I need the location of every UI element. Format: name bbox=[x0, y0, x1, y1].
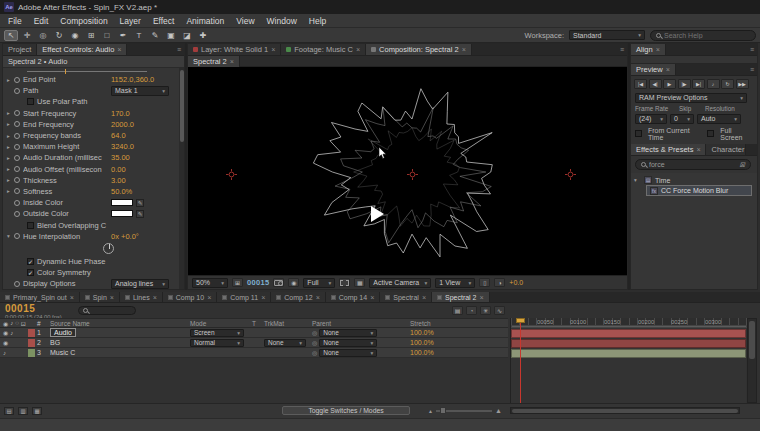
checkbox[interactable] bbox=[27, 222, 34, 229]
outside-color-swatch[interactable] bbox=[111, 210, 133, 217]
menu-effect[interactable]: Effect bbox=[147, 16, 181, 26]
parent-dropdown[interactable]: None▾ bbox=[319, 349, 377, 357]
layer-av-switches[interactable]: ◉♪ bbox=[0, 329, 28, 336]
checkbox[interactable] bbox=[27, 98, 34, 105]
tab-footage-viewer[interactable]: Footage: Music C× bbox=[281, 44, 366, 55]
show-snapshot-icon[interactable]: ◉ bbox=[288, 278, 299, 287]
tab-preview[interactable]: Preview× bbox=[631, 64, 676, 75]
property-row-use-polar-path[interactable]: Use Polar Path bbox=[3, 96, 184, 107]
motion-blur-icon[interactable]: ✳ bbox=[480, 306, 491, 315]
audio-button[interactable]: ♪ bbox=[707, 79, 720, 89]
close-icon[interactable]: × bbox=[356, 46, 360, 53]
close-icon[interactable]: × bbox=[70, 294, 74, 301]
pickwhip-icon[interactable]: ◎ bbox=[312, 349, 317, 356]
property-row-path[interactable]: PathMask 1▾ bbox=[3, 85, 184, 96]
property-row-start-frequency[interactable]: ▸Start Frequency170.0 bbox=[3, 108, 184, 119]
path-point-marker[interactable] bbox=[565, 169, 576, 180]
layer-bar-music-c[interactable] bbox=[511, 349, 746, 358]
twirl-icon[interactable]: ▸ bbox=[7, 110, 14, 116]
pen-tool-icon[interactable]: ✒ bbox=[116, 30, 130, 41]
timeline-tab-spectral[interactable]: Spectral× bbox=[380, 292, 432, 302]
property-row-hue-interpolation[interactable]: ▾Hue Interpolation0x +0.0° bbox=[3, 231, 184, 242]
playhead-line[interactable] bbox=[520, 318, 521, 403]
twirl-icon[interactable]: ▾ bbox=[634, 177, 641, 183]
twirl-icon[interactable]: ▸ bbox=[7, 188, 14, 194]
expand-transfer-controls-button[interactable]: ▥ bbox=[18, 407, 28, 415]
property-row-dynamic-hue-phase[interactable]: ✓Dynamic Hue Phase bbox=[3, 256, 184, 267]
expand-layer-switches-button[interactable]: ▤ bbox=[4, 407, 14, 415]
playhead-marker[interactable] bbox=[516, 318, 525, 323]
property-value[interactable]: 0x +0.0° bbox=[111, 232, 139, 241]
pickwhip-icon[interactable]: ◎ bbox=[312, 339, 317, 346]
twirl-icon[interactable]: ▸ bbox=[7, 155, 14, 161]
parent-dropdown[interactable]: None▾ bbox=[319, 339, 377, 347]
stopwatch-icon[interactable] bbox=[14, 200, 20, 206]
hand-tool-icon[interactable]: ✛ bbox=[20, 30, 34, 41]
layer-name[interactable]: Music C bbox=[50, 349, 190, 356]
property-row-end-frequency[interactable]: ▸End Frequency2000.0 bbox=[3, 119, 184, 130]
close-icon[interactable]: × bbox=[110, 294, 114, 301]
skip-dropdown[interactable]: 0▾ bbox=[670, 114, 694, 124]
tab-composition-viewer[interactable]: Composition: Spectral 2× bbox=[366, 44, 472, 55]
stopwatch-icon[interactable] bbox=[14, 144, 20, 150]
resolution-dropdown[interactable]: Full▾ bbox=[303, 278, 335, 288]
effects-category-time[interactable]: ▾▤Time bbox=[634, 175, 754, 185]
mode-header[interactable]: Mode bbox=[190, 320, 252, 327]
selection-tool-icon[interactable]: ↖ bbox=[4, 30, 18, 41]
tab-spectral-2-comp[interactable]: Spectral 2× bbox=[188, 56, 240, 67]
stopwatch-icon[interactable] bbox=[14, 166, 20, 172]
stopwatch-icon[interactable] bbox=[14, 188, 20, 194]
layer-row-bg[interactable]: ◉ 2 BG Normal▾ None▾ ◎None▾ 100.0% bbox=[0, 338, 508, 348]
help-search-input[interactable] bbox=[664, 32, 750, 39]
timeline-tab-comp-12[interactable]: Comp 12× bbox=[271, 292, 326, 302]
checkbox[interactable]: ✓ bbox=[27, 258, 34, 265]
rotation-dial[interactable] bbox=[103, 243, 114, 254]
scrollbar-thumb[interactable] bbox=[749, 321, 755, 359]
camera-dropdown[interactable]: Active Camera▾ bbox=[369, 278, 431, 288]
timeline-graph-area[interactable]: 00050 00100 00150 00200 00250 00300 bbox=[510, 318, 746, 403]
draft-3d-icon[interactable]: ◔ bbox=[466, 306, 477, 315]
menu-window[interactable]: Window bbox=[261, 16, 303, 26]
composition-mini-flowchart-icon[interactable]: ▤ bbox=[452, 306, 463, 315]
close-icon[interactable]: × bbox=[117, 46, 121, 53]
property-value[interactable]: 3.00 bbox=[111, 176, 126, 185]
layer-name[interactable]: BG bbox=[50, 339, 190, 346]
property-value[interactable]: 35.00 bbox=[111, 153, 130, 162]
stretch-header[interactable]: Stretch bbox=[410, 320, 460, 327]
viewer-timecode[interactable]: 00015 bbox=[247, 278, 269, 287]
close-icon[interactable]: × bbox=[656, 46, 660, 53]
timeline-tab-spin[interactable]: Spin× bbox=[80, 292, 120, 302]
twirl-icon[interactable]: ▸ bbox=[7, 121, 14, 127]
stopwatch-icon[interactable] bbox=[14, 77, 20, 83]
menu-composition[interactable]: Composition bbox=[54, 16, 113, 26]
close-icon[interactable]: × bbox=[316, 294, 320, 301]
scrollbar-thumb[interactable] bbox=[180, 70, 184, 142]
property-row-frequency-bands[interactable]: ▸Frequency bands64.0 bbox=[3, 130, 184, 141]
safe-areas-icon[interactable]: ⊞ bbox=[232, 278, 243, 287]
timeline-tab-comp-14[interactable]: Comp 14× bbox=[326, 292, 381, 302]
zoom-in-icon[interactable]: ▲ bbox=[495, 407, 502, 414]
layer-bar-audio[interactable] bbox=[511, 329, 746, 338]
twirl-icon[interactable]: ▸ bbox=[7, 133, 14, 139]
eyedropper-icon[interactable]: ✎ bbox=[136, 210, 144, 218]
panel-menu-icon[interactable]: ≡ bbox=[747, 64, 757, 75]
stopwatch-icon[interactable] bbox=[14, 88, 20, 94]
toggle-switches-modes-button[interactable]: Toggle Switches / Modes bbox=[282, 406, 410, 416]
source-name-header[interactable]: Source Name bbox=[50, 320, 190, 327]
property-value[interactable]: 1152.0,360.0 bbox=[111, 75, 154, 84]
type-tool-icon[interactable]: T bbox=[132, 30, 146, 41]
display-options-dropdown[interactable]: Analog lines▾ bbox=[111, 279, 169, 289]
exposure-value[interactable]: +0.0 bbox=[509, 279, 523, 286]
close-icon[interactable]: × bbox=[261, 294, 265, 301]
path-point-marker[interactable] bbox=[226, 169, 237, 180]
menu-animation[interactable]: Animation bbox=[180, 16, 230, 26]
stopwatch-icon[interactable] bbox=[14, 110, 20, 116]
property-row-end-point[interactable]: ▸End Point1152.0,360.0 bbox=[3, 74, 184, 85]
stopwatch-icon[interactable] bbox=[14, 211, 20, 217]
tab-effects-presets[interactable]: Effects & Presets× bbox=[631, 144, 706, 155]
brush-tool-icon[interactable]: ✎ bbox=[148, 30, 162, 41]
stretch-value[interactable]: 100.0% bbox=[410, 339, 460, 346]
t-header[interactable]: T bbox=[252, 320, 264, 327]
timeline-tab-lines[interactable]: Lines× bbox=[120, 292, 163, 302]
close-icon[interactable]: × bbox=[207, 294, 211, 301]
